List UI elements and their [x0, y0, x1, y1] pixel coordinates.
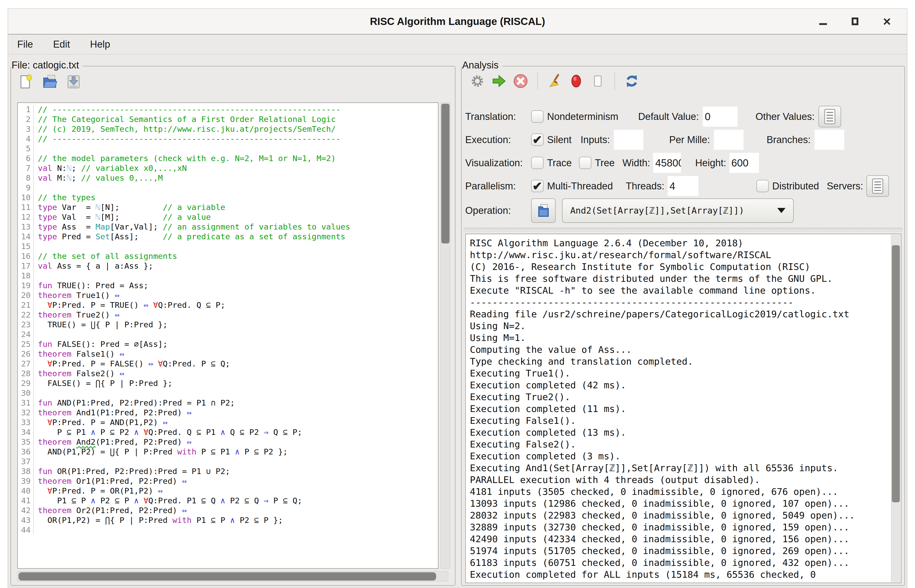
translation-label: Translation: [465, 111, 531, 122]
file-panel-label: File: catlogic.txt [11, 60, 82, 71]
threads-label: Threads: [626, 181, 664, 192]
width-label: Width: [622, 157, 650, 168]
code-line: 12type Val = ℕ[M]; // a value [18, 212, 438, 222]
record-icon [569, 73, 584, 89]
code-line: 32theorem And1(P1:Pred, P2:Pred) ⇔ [18, 408, 438, 417]
trace-label: Trace [547, 157, 572, 168]
editor-hscroll-thumb[interactable] [19, 572, 436, 580]
default-value-field[interactable]: 0 [703, 107, 737, 127]
stop-button[interactable] [512, 73, 529, 89]
code-line: 8val M:ℕ; // values 0,...,M [18, 173, 438, 183]
list-icon [870, 178, 885, 194]
inputs-field[interactable] [614, 130, 643, 150]
tree-label: Tree [595, 157, 615, 168]
maximize-button[interactable] [849, 15, 861, 27]
code-line: 30 [18, 388, 438, 398]
operation-selected: And2(Set[Array[ℤ]],Set[Array[ℤ]]) [570, 205, 744, 216]
threads-field[interactable]: 4 [668, 176, 698, 196]
nondeterminism-checkbox[interactable] [531, 110, 543, 123]
code-line: 44 [18, 525, 438, 535]
silent-checkbox[interactable]: ✔ [531, 134, 543, 146]
code-line: 38fun OR(P1:Pred, P2:Pred):Pred = P1 ∪ P… [18, 466, 438, 476]
distributed-label: Distributed [773, 181, 819, 192]
code-line: 3// (c) 2019, SemTech, http://www.risc.j… [18, 124, 438, 134]
menu-file[interactable]: File [15, 38, 35, 51]
record-button[interactable] [568, 73, 584, 89]
width-field[interactable]: 45800 [653, 153, 681, 173]
analysis-panel-label: Analysis [462, 60, 502, 71]
gear-icon [470, 73, 485, 89]
app-window: RISC Algorithm Language (RISCAL) × File … [8, 8, 907, 588]
save-file-icon [66, 74, 82, 90]
minimize-button[interactable] [817, 15, 829, 27]
code-line: 16// the set of all assignments [18, 251, 438, 261]
blank-rect-icon [590, 73, 606, 89]
new-file-button[interactable] [18, 74, 34, 90]
multithreaded-label: Multi-Threaded [547, 181, 613, 192]
new-file-icon [18, 74, 34, 90]
code-line: 28theorem False2() ⇔ [18, 368, 438, 378]
open-file-button[interactable] [42, 74, 58, 90]
settings-button[interactable] [469, 73, 485, 89]
editor-vertical-scrollbar[interactable] [441, 102, 450, 569]
operation-dropdown[interactable]: And2(Set[Array[ℤ]],Set[Array[ℤ]]) [562, 199, 794, 223]
operation-folder-button[interactable] [531, 199, 556, 223]
trace-checkbox[interactable] [531, 157, 543, 169]
editor-vscroll-thumb[interactable] [441, 104, 449, 244]
output-console[interactable]: RISC Algorithm Language 2.6.4 (December … [465, 234, 901, 583]
close-button[interactable]: × [881, 15, 893, 27]
clear-button[interactable] [546, 73, 563, 89]
file-panel: File: catlogic.txt [11, 66, 456, 586]
save-file-button[interactable] [66, 74, 82, 90]
servers-label: Servers: [827, 181, 863, 192]
code-line: 9 [18, 183, 438, 192]
code-line: 26theorem False1() ⇔ [18, 349, 438, 359]
branches-field[interactable] [815, 130, 844, 150]
branches-label: Branches: [767, 134, 811, 145]
code-line: 34 P ⊆ P1 ∧ P ⊆ P2 ∧ ∀Q:Pred. Q ⊆ P1 ∧ Q… [18, 427, 438, 437]
tree-checkbox[interactable] [579, 157, 592, 169]
code-line: 39theorem Or1(P1:Pred, P2:Pred) ⇔ [18, 476, 438, 486]
chevron-down-icon [777, 208, 786, 213]
other-values-label: Other Values: [756, 111, 815, 122]
visualization-label: Visualization: [465, 157, 531, 168]
per-mille-field[interactable] [714, 130, 744, 150]
parallelism-label: Parallelism: [465, 181, 531, 192]
code-line: 1// ------------------------------------… [18, 105, 438, 114]
console-vscroll-thumb[interactable] [892, 245, 900, 502]
operation-row: Operation: And2(Set[Array[ℤ]],Set[Array[… [465, 196, 902, 225]
code-line: 14type Pred = Set[Ass]; // a predicate a… [18, 232, 438, 241]
stop-icon [513, 73, 528, 89]
menu-help[interactable]: Help [88, 38, 112, 51]
code-line: 40 ∀P:Pred. P = OR(P1,P2) ⇔ [18, 486, 438, 496]
file-toolbar [18, 74, 82, 90]
code-line: 11type Var = ℕ[N]; // a variable [18, 202, 438, 212]
code-line: 2// The Categorical Semantics of a First… [18, 114, 438, 124]
panel-sash[interactable] [464, 228, 902, 231]
refresh-button[interactable] [624, 73, 640, 89]
code-line: 35theorem And2(P1:Pred, P2:Pred) ⇔ [18, 437, 438, 447]
servers-button[interactable] [867, 175, 889, 197]
code-line: 17val Ass = { a | a:Ass }; [18, 261, 438, 271]
code-line: 25fun FALSE(): Pred = ∅[Ass]; [18, 339, 438, 349]
other-values-button[interactable] [818, 106, 841, 128]
nondeterminism-label: Nondeterminism [547, 111, 618, 122]
multithreaded-checkbox[interactable]: ✔ [531, 180, 543, 192]
code-line: 27 ∀P:Pred. P = FALSE() ⇔ ∀Q:Pred. P ⊆ Q… [18, 359, 438, 368]
code-line: 15 [18, 241, 438, 251]
height-field[interactable]: 600 [729, 153, 759, 173]
run-button[interactable] [491, 73, 507, 89]
editor-horizontal-scrollbar[interactable] [17, 571, 448, 582]
toolbar-separator [537, 72, 538, 90]
distributed-checkbox[interactable] [757, 180, 769, 192]
code-line: 22theorem True2() ⇔ [18, 310, 438, 320]
code-line: 29 FALSE() = ⋂{ P | P:Pred }; [18, 378, 438, 388]
menu-edit[interactable]: Edit [51, 38, 72, 51]
execution-label: Execution: [465, 134, 531, 145]
code-editor[interactable]: 1// ------------------------------------… [17, 102, 438, 569]
refresh-icon [624, 73, 640, 89]
folder-icon [535, 202, 552, 219]
height-label: Height: [695, 157, 726, 168]
console-vertical-scrollbar[interactable] [891, 235, 900, 582]
blank-toggle-button[interactable] [590, 73, 606, 89]
